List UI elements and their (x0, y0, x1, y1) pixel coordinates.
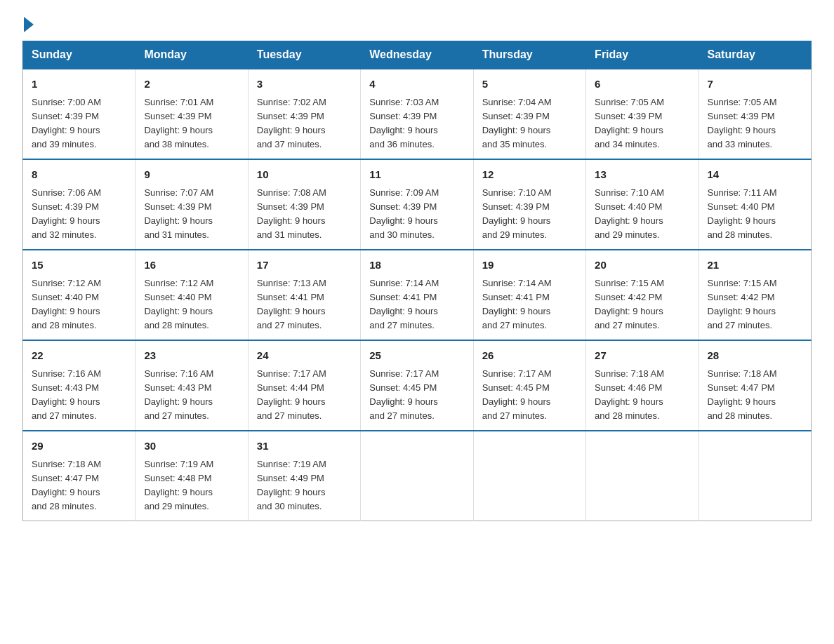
calendar-cell: 11Sunrise: 7:09 AMSunset: 4:39 PMDayligh… (361, 159, 473, 250)
header-day-wednesday: Wednesday (361, 41, 473, 69)
day-number: 31 (257, 438, 352, 455)
logo-arrow-icon (24, 17, 34, 32)
day-info: Sunrise: 7:11 AMSunset: 4:40 PMDaylight:… (708, 186, 802, 243)
day-number: 6 (595, 76, 689, 93)
day-info: Sunrise: 7:17 AMSunset: 4:45 PMDaylight:… (369, 367, 464, 424)
day-number: 9 (144, 167, 239, 183)
day-info: Sunrise: 7:10 AMSunset: 4:40 PMDaylight:… (595, 186, 689, 243)
day-number: 13 (595, 167, 689, 183)
calendar-cell: 22Sunrise: 7:16 AMSunset: 4:43 PMDayligh… (23, 340, 135, 431)
day-info: Sunrise: 7:03 AMSunset: 4:39 PMDaylight:… (369, 95, 464, 152)
calendar-cell: 13Sunrise: 7:10 AMSunset: 4:40 PMDayligh… (586, 159, 699, 250)
day-info: Sunrise: 7:18 AMSunset: 4:47 PMDaylight:… (708, 367, 802, 424)
calendar-week-row: 22Sunrise: 7:16 AMSunset: 4:43 PMDayligh… (23, 340, 812, 431)
day-info: Sunrise: 7:15 AMSunset: 4:42 PMDaylight:… (595, 276, 689, 333)
day-info: Sunrise: 7:10 AMSunset: 4:39 PMDaylight:… (482, 186, 577, 243)
day-number: 15 (32, 257, 126, 274)
calendar-cell: 30Sunrise: 7:19 AMSunset: 4:48 PMDayligh… (135, 431, 248, 521)
header-day-tuesday: Tuesday (248, 41, 360, 69)
logo (22, 17, 34, 29)
day-number: 4 (369, 76, 464, 93)
day-info: Sunrise: 7:01 AMSunset: 4:39 PMDaylight:… (144, 95, 239, 152)
day-info: Sunrise: 7:05 AMSunset: 4:39 PMDaylight:… (708, 95, 802, 152)
day-number: 21 (708, 257, 802, 274)
page-header (22, 17, 812, 29)
day-info: Sunrise: 7:00 AMSunset: 4:39 PMDaylight:… (32, 95, 126, 152)
calendar-week-row: 15Sunrise: 7:12 AMSunset: 4:40 PMDayligh… (23, 250, 812, 340)
calendar-cell: 25Sunrise: 7:17 AMSunset: 4:45 PMDayligh… (361, 340, 473, 431)
calendar-cell: 14Sunrise: 7:11 AMSunset: 4:40 PMDayligh… (699, 159, 811, 250)
calendar-cell: 17Sunrise: 7:13 AMSunset: 4:41 PMDayligh… (248, 250, 360, 340)
day-number: 1 (32, 76, 126, 93)
calendar-week-row: 8Sunrise: 7:06 AMSunset: 4:39 PMDaylight… (23, 159, 812, 250)
day-number: 11 (369, 167, 464, 183)
day-info: Sunrise: 7:13 AMSunset: 4:41 PMDaylight:… (257, 276, 352, 333)
calendar-cell: 31Sunrise: 7:19 AMSunset: 4:49 PMDayligh… (248, 431, 360, 521)
day-number: 19 (482, 257, 577, 274)
calendar-cell (586, 431, 699, 521)
header-day-thursday: Thursday (473, 41, 585, 69)
day-number: 2 (144, 76, 239, 93)
day-number: 17 (257, 257, 352, 274)
calendar-header-row: SundayMondayTuesdayWednesdayThursdayFrid… (23, 41, 812, 69)
day-info: Sunrise: 7:05 AMSunset: 4:39 PMDaylight:… (595, 95, 689, 152)
day-info: Sunrise: 7:18 AMSunset: 4:47 PMDaylight:… (32, 457, 126, 514)
day-number: 8 (32, 167, 126, 183)
calendar-cell: 28Sunrise: 7:18 AMSunset: 4:47 PMDayligh… (699, 340, 811, 431)
day-info: Sunrise: 7:04 AMSunset: 4:39 PMDaylight:… (482, 95, 577, 152)
day-info: Sunrise: 7:15 AMSunset: 4:42 PMDaylight:… (708, 276, 802, 333)
day-number: 20 (595, 257, 689, 274)
header-day-saturday: Saturday (699, 41, 811, 69)
calendar-cell (473, 431, 585, 521)
day-number: 18 (369, 257, 464, 274)
day-number: 14 (708, 167, 802, 183)
calendar-cell: 4Sunrise: 7:03 AMSunset: 4:39 PMDaylight… (361, 69, 473, 159)
calendar-cell: 19Sunrise: 7:14 AMSunset: 4:41 PMDayligh… (473, 250, 585, 340)
calendar-cell: 5Sunrise: 7:04 AMSunset: 4:39 PMDaylight… (473, 69, 585, 159)
calendar-cell: 3Sunrise: 7:02 AMSunset: 4:39 PMDaylight… (248, 69, 360, 159)
day-number: 3 (257, 76, 352, 93)
day-info: Sunrise: 7:12 AMSunset: 4:40 PMDaylight:… (32, 276, 126, 333)
calendar-cell (699, 431, 811, 521)
day-info: Sunrise: 7:18 AMSunset: 4:46 PMDaylight:… (595, 367, 689, 424)
calendar-cell: 26Sunrise: 7:17 AMSunset: 4:45 PMDayligh… (473, 340, 585, 431)
day-number: 25 (369, 348, 464, 364)
day-info: Sunrise: 7:14 AMSunset: 4:41 PMDaylight:… (369, 276, 464, 333)
day-info: Sunrise: 7:12 AMSunset: 4:40 PMDaylight:… (144, 276, 239, 333)
calendar-cell: 7Sunrise: 7:05 AMSunset: 4:39 PMDaylight… (699, 69, 811, 159)
calendar-week-row: 29Sunrise: 7:18 AMSunset: 4:47 PMDayligh… (23, 431, 812, 521)
day-info: Sunrise: 7:16 AMSunset: 4:43 PMDaylight:… (144, 367, 239, 424)
calendar-cell: 10Sunrise: 7:08 AMSunset: 4:39 PMDayligh… (248, 159, 360, 250)
header-day-friday: Friday (586, 41, 699, 69)
calendar-cell: 24Sunrise: 7:17 AMSunset: 4:44 PMDayligh… (248, 340, 360, 431)
calendar-table: SundayMondayTuesdayWednesdayThursdayFrid… (22, 41, 812, 521)
calendar-cell: 1Sunrise: 7:00 AMSunset: 4:39 PMDaylight… (23, 69, 135, 159)
calendar-cell: 21Sunrise: 7:15 AMSunset: 4:42 PMDayligh… (699, 250, 811, 340)
day-info: Sunrise: 7:17 AMSunset: 4:44 PMDaylight:… (257, 367, 352, 424)
day-number: 26 (482, 348, 577, 364)
day-number: 7 (708, 76, 802, 93)
day-number: 12 (482, 167, 577, 183)
header-day-sunday: Sunday (23, 41, 135, 69)
day-number: 10 (257, 167, 352, 183)
header-day-monday: Monday (135, 41, 248, 69)
day-number: 16 (144, 257, 239, 274)
day-number: 28 (708, 348, 802, 364)
day-info: Sunrise: 7:17 AMSunset: 4:45 PMDaylight:… (482, 367, 577, 424)
calendar-cell: 2Sunrise: 7:01 AMSunset: 4:39 PMDaylight… (135, 69, 248, 159)
calendar-cell: 29Sunrise: 7:18 AMSunset: 4:47 PMDayligh… (23, 431, 135, 521)
day-number: 30 (144, 438, 239, 455)
day-number: 24 (257, 348, 352, 364)
calendar-cell: 27Sunrise: 7:18 AMSunset: 4:46 PMDayligh… (586, 340, 699, 431)
day-number: 5 (482, 76, 577, 93)
calendar-cell: 6Sunrise: 7:05 AMSunset: 4:39 PMDaylight… (586, 69, 699, 159)
day-info: Sunrise: 7:09 AMSunset: 4:39 PMDaylight:… (369, 186, 464, 243)
day-info: Sunrise: 7:19 AMSunset: 4:49 PMDaylight:… (257, 457, 352, 514)
day-info: Sunrise: 7:06 AMSunset: 4:39 PMDaylight:… (32, 186, 126, 243)
calendar-cell: 23Sunrise: 7:16 AMSunset: 4:43 PMDayligh… (135, 340, 248, 431)
calendar-cell (361, 431, 473, 521)
calendar-cell: 18Sunrise: 7:14 AMSunset: 4:41 PMDayligh… (361, 250, 473, 340)
calendar-week-row: 1Sunrise: 7:00 AMSunset: 4:39 PMDaylight… (23, 69, 812, 159)
day-info: Sunrise: 7:14 AMSunset: 4:41 PMDaylight:… (482, 276, 577, 333)
calendar-cell: 20Sunrise: 7:15 AMSunset: 4:42 PMDayligh… (586, 250, 699, 340)
